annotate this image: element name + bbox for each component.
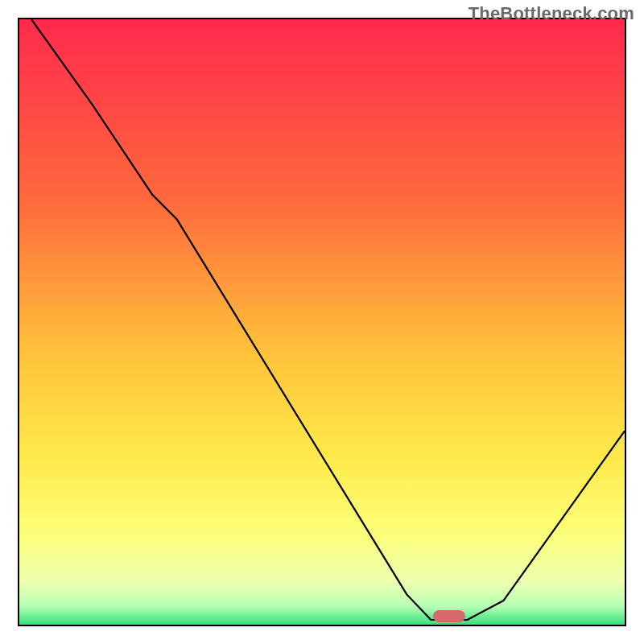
chart-frame: [18, 18, 626, 626]
watermark-text: TheBottleneck.com: [469, 3, 634, 24]
